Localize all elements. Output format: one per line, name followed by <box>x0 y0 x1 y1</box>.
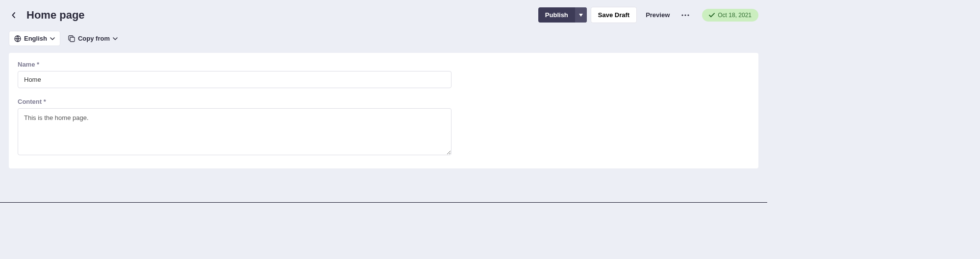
back-button[interactable] <box>9 10 19 20</box>
more-actions-button[interactable] <box>678 10 692 20</box>
copy-from-button[interactable]: Copy from <box>64 31 122 46</box>
caret-down-icon <box>579 14 583 17</box>
svg-point-1 <box>685 14 686 16</box>
publish-button[interactable]: Publish <box>538 7 587 23</box>
name-field[interactable] <box>18 71 452 88</box>
copy-icon <box>68 35 75 42</box>
chevron-down-icon <box>50 37 55 40</box>
preview-button[interactable]: Preview <box>641 7 675 23</box>
content-field[interactable] <box>18 108 452 155</box>
chevron-left-icon <box>12 12 16 18</box>
language-label: English <box>24 35 47 42</box>
page-title: Home page <box>26 9 85 22</box>
chevron-down-icon <box>113 37 118 40</box>
copy-from-label: Copy from <box>78 35 110 42</box>
content-card: Name * Content * <box>9 53 758 168</box>
status-date: Oct 18, 2021 <box>718 12 752 19</box>
svg-point-2 <box>688 14 689 16</box>
name-label: Name * <box>18 61 750 68</box>
language-selector[interactable]: English <box>9 31 60 46</box>
content-label: Content * <box>18 98 750 105</box>
svg-rect-4 <box>70 37 75 42</box>
publish-label: Publish <box>538 7 575 23</box>
more-horizontal-icon <box>681 14 689 16</box>
check-icon <box>709 13 715 18</box>
save-draft-button[interactable]: Save Draft <box>591 7 637 23</box>
status-badge: Oct 18, 2021 <box>702 9 758 22</box>
svg-point-0 <box>682 14 683 16</box>
globe-icon <box>14 35 21 42</box>
publish-dropdown[interactable] <box>575 7 587 23</box>
